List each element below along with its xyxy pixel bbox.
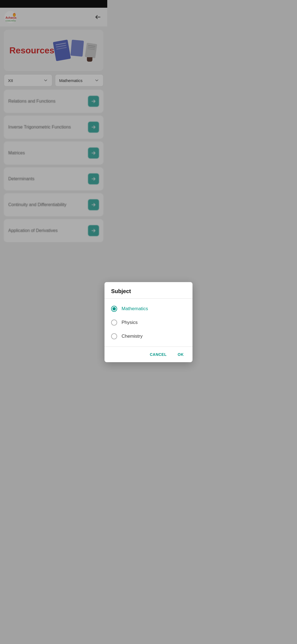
- dialog-overlay[interactable]: Subject Mathematics Physics Chemistry: [0, 0, 107, 242]
